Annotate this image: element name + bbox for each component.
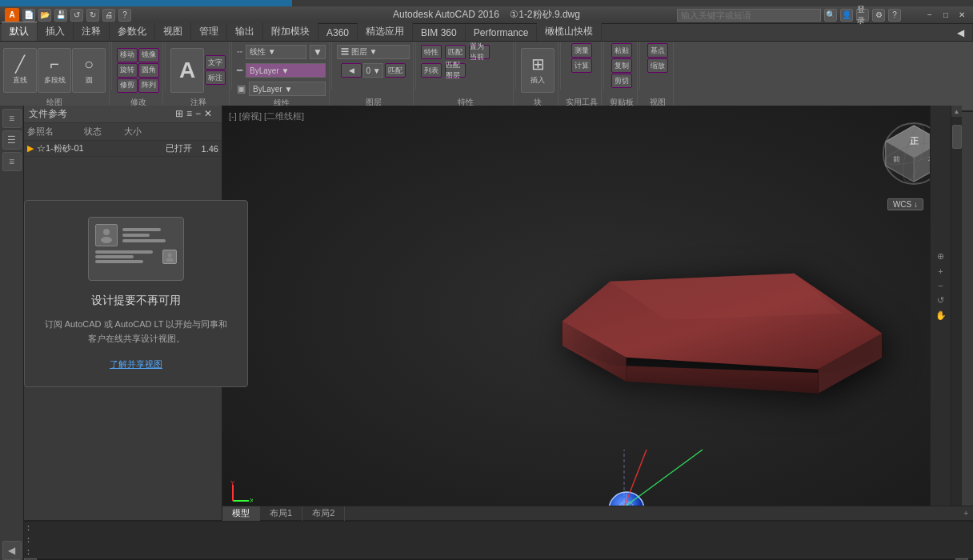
line-button[interactable]: ╱ 直线 [3,48,37,93]
layer-prev-button[interactable]: ◀ [341,63,362,78]
color-dropdown[interactable]: ByLayer ▼ [249,82,326,96]
tab-mountain[interactable]: 橄榄山快模 [537,22,602,41]
ribbon-group-block: ⊞ 插入 块 [518,42,559,110]
properties-button[interactable]: 特性 [421,45,442,59]
settings-icon[interactable]: ⚙ [872,9,885,22]
layer-match-button[interactable]: 匹配 [385,63,406,78]
sidebar-toggle-button[interactable]: ◀ [2,541,22,560]
pan-view-button[interactable]: ✋ [934,309,948,322]
tab-output[interactable]: 输出 [227,22,263,41]
tab-a360[interactable]: A360 [318,25,358,41]
model-tab[interactable]: 模型 [222,506,260,521]
ribbon-modify-col2: 镜像 圆角 阵列 [138,48,159,93]
panel-icon2[interactable]: ≡ [186,108,192,119]
move-button[interactable]: 移动 [117,48,138,62]
rotate-button[interactable]: 旋转 [117,63,138,78]
close-button[interactable]: ✕ [955,9,968,22]
linetype-dropdown[interactable]: 线性 ▼ [246,45,306,59]
set-current-button[interactable]: 置为当前 [469,45,490,59]
tab-parametric[interactable]: 参数化 [110,22,155,41]
panel-icon1[interactable]: ⊞ [175,108,183,119]
label-button[interactable]: 标注 [205,70,226,85]
panel-close-button[interactable]: ✕ [204,108,212,119]
design-link[interactable]: 了解并享视图 [110,358,162,370]
search-icon[interactable]: 🔍 [824,9,837,22]
ribbon-annotation-row: A 文字 标注 [170,43,226,97]
zoom-in-button[interactable]: + [936,265,944,278]
print-button[interactable]: 🖨 [102,9,115,22]
zoom-button[interactable]: 缩放 [647,58,668,73]
redo-button[interactable]: ↻ [86,9,99,22]
tab-insert[interactable]: 插入 [38,22,74,41]
layout1-tab[interactable]: 布局1 [260,506,302,521]
minimize-button[interactable]: − [923,9,936,22]
search-input[interactable] [677,9,821,22]
cut-button[interactable]: 剪切 [611,74,632,88]
sidebar-layer-button[interactable]: ☰ [2,130,22,150]
scroll-thumb-v[interactable] [952,125,962,149]
login-button[interactable]: 登录 [856,9,869,22]
tab-featured[interactable]: 精选应用 [358,22,413,41]
main-viewport[interactable]: [-] [俯视] [二维线框] [222,106,962,520]
match-props-button[interactable]: 匹配 [445,45,466,59]
list-button[interactable]: 列表 [421,63,442,78]
wcs-label[interactable]: WCS ↓ [887,198,923,210]
ribbon-sep7 [560,42,561,90]
orbit-button[interactable]: ↺ [935,294,946,307]
save-button[interactable]: 💾 [54,9,67,22]
undo-button[interactable]: ↺ [70,9,83,22]
tab-view[interactable]: 视图 [155,22,191,41]
tab-manage[interactable]: 管理 [191,22,227,41]
tab-addon[interactable]: 附加模块 [263,22,318,41]
sidebar-props-button[interactable]: ≡ [2,152,22,171]
new-layout-button[interactable]: + [963,509,968,518]
viewport-scrollbar-vertical[interactable]: ▲ ▼ [951,106,962,520]
ribbon-annotation-col: 文字 标注 [205,55,226,85]
design-card [88,217,184,281]
layer-props-dropdown[interactable]: ☰ 图层 ▼ [337,45,410,59]
tab-default[interactable]: 默认 [2,22,38,41]
paste-button[interactable]: 粘贴 [611,43,632,58]
layout2-tab[interactable]: 布局2 [302,506,345,521]
panel-minimize-button[interactable]: − [195,108,201,119]
scroll-up-button[interactable]: ▲ [951,106,962,117]
open-button[interactable]: 📂 [38,9,51,22]
array-button[interactable]: 阵列 [138,78,159,93]
new-button[interactable]: 📄 [22,9,35,22]
help-icon[interactable]: ? [888,9,901,22]
tab-annotate[interactable]: 注释 [74,22,110,41]
measure-button[interactable]: 测量 [571,43,592,58]
trim-button[interactable]: 修剪 [117,78,138,93]
prop-paint-button[interactable]: 匹配图层 [445,63,466,78]
panel-header-icons: ⊞ ≡ − ✕ [170,106,217,123]
quickcalc-button[interactable]: 计算 [571,58,592,73]
ribbon-group-draw: ╱ 直线 ⌐ 多段线 ○ 圆 绘图 [0,42,110,110]
tab-performance[interactable]: Performance [466,25,538,41]
sidebar-file-ref-button[interactable]: ≡ [2,109,22,128]
zoom-out-button[interactable]: − [936,279,944,292]
layer-dropdown[interactable]: ByLayer ▼ [246,63,326,78]
fillet-button[interactable]: 圆角 [138,63,159,78]
circle-button[interactable]: ○ 圆 [72,48,106,93]
mtext-button[interactable]: 文字 [205,55,226,70]
user-icon[interactable]: 👤 [840,9,853,22]
current-layer[interactable]: 0 ▼ [363,63,382,78]
maximize-button[interactable]: □ [939,9,952,22]
design-card-row1 [95,224,177,246]
tab-bim360[interactable]: BIM 360 [413,25,466,41]
mirror-button[interactable]: 镜像 [138,48,159,62]
polyline-button[interactable]: ⌐ 多段线 [38,48,71,93]
svg-text:前: 前 [893,155,900,163]
copy-button[interactable]: 复制 [611,58,632,73]
app-icon[interactable]: A [5,8,19,22]
text-button[interactable]: A [170,48,204,93]
tab-express[interactable]: ◀ [949,25,973,41]
insert-block-button[interactable]: ⊞ 插入 [521,48,555,93]
file-ref-row[interactable]: ▶ ☆1-粉砂-01 已打开 1.46 [24,141,222,157]
zoom-all-button[interactable]: ⊕ [935,250,946,263]
help-button[interactable]: ? [118,9,131,22]
ribbon-sep2 [165,42,166,90]
linetype-expand[interactable]: ▼ [310,45,326,59]
pan-button[interactable]: 基点 [647,43,668,58]
design-card-line2 [122,234,150,237]
